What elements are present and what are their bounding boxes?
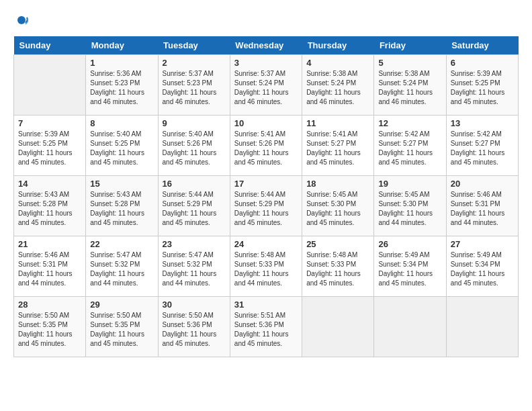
cell-info: Sunrise: 5:42 AMSunset: 5:27 PMDaylight:… — [451, 130, 505, 166]
cell-info: Sunrise: 5:48 AMSunset: 5:33 PMDaylight:… — [234, 251, 289, 287]
day-number: 2 — [163, 58, 226, 68]
cell-info: Sunrise: 5:46 AMSunset: 5:31 PMDaylight:… — [18, 251, 73, 287]
day-number: 21 — [18, 239, 81, 249]
calendar-cell: 10 Sunrise: 5:41 AMSunset: 5:26 PMDaylig… — [230, 116, 302, 176]
day-number: 31 — [234, 300, 298, 310]
cell-info: Sunrise: 5:50 AMSunset: 5:35 PMDaylight:… — [90, 312, 144, 347]
logo-icon — [13, 13, 30, 30]
day-number: 7 — [18, 118, 81, 128]
calendar-cell: 17 Sunrise: 5:44 AMSunset: 5:29 PMDaylig… — [230, 176, 302, 236]
calendar-cell: 29 Sunrise: 5:50 AMSunset: 5:35 PMDaylig… — [86, 297, 158, 357]
cell-info: Sunrise: 5:44 AMSunset: 5:29 PMDaylight:… — [163, 191, 217, 226]
calendar-cell: 2 Sunrise: 5:37 AMSunset: 5:23 PMDayligh… — [158, 55, 230, 116]
logo — [13, 13, 32, 30]
day-number: 13 — [451, 118, 514, 128]
day-number: 22 — [90, 239, 153, 249]
cell-info: Sunrise: 5:51 AMSunset: 5:36 PMDaylight:… — [234, 312, 289, 347]
cell-info: Sunrise: 5:50 AMSunset: 5:36 PMDaylight:… — [163, 312, 217, 347]
cell-info: Sunrise: 5:37 AMSunset: 5:23 PMDaylight:… — [163, 70, 217, 105]
day-number: 24 — [234, 239, 298, 249]
cell-info: Sunrise: 5:40 AMSunset: 5:25 PMDaylight:… — [90, 130, 144, 166]
calendar-cell: 11 Sunrise: 5:41 AMSunset: 5:27 PMDaylig… — [302, 116, 374, 176]
calendar-cell: 14 Sunrise: 5:43 AMSunset: 5:28 PMDaylig… — [14, 176, 86, 236]
calendar-cell — [302, 297, 374, 357]
calendar-cell: 27 Sunrise: 5:49 AMSunset: 5:34 PMDaylig… — [446, 236, 518, 297]
calendar-cell: 3 Sunrise: 5:37 AMSunset: 5:24 PMDayligh… — [230, 55, 302, 116]
calendar-cell: 4 Sunrise: 5:38 AMSunset: 5:24 PMDayligh… — [302, 55, 374, 116]
header-saturday: Saturday — [446, 36, 518, 55]
cell-info: Sunrise: 5:36 AMSunset: 5:23 PMDaylight:… — [90, 70, 144, 105]
day-number: 25 — [306, 239, 369, 249]
calendar-cell: 6 Sunrise: 5:39 AMSunset: 5:25 PMDayligh… — [446, 55, 518, 116]
cell-info: Sunrise: 5:49 AMSunset: 5:34 PMDaylight:… — [378, 251, 433, 287]
calendar-cell: 15 Sunrise: 5:43 AMSunset: 5:28 PMDaylig… — [86, 176, 158, 236]
day-number: 19 — [378, 179, 441, 189]
calendar-week-row: 21 Sunrise: 5:46 AMSunset: 5:31 PMDaylig… — [14, 236, 519, 297]
calendar-cell: 22 Sunrise: 5:47 AMSunset: 5:32 PMDaylig… — [86, 236, 158, 297]
cell-info: Sunrise: 5:45 AMSunset: 5:30 PMDaylight:… — [378, 191, 433, 226]
day-number: 12 — [378, 118, 441, 128]
calendar-cell: 16 Sunrise: 5:44 AMSunset: 5:29 PMDaylig… — [158, 176, 230, 236]
day-number: 23 — [163, 239, 226, 249]
calendar-cell — [14, 55, 86, 116]
day-number: 26 — [378, 239, 441, 249]
cell-info: Sunrise: 5:39 AMSunset: 5:25 PMDaylight:… — [451, 70, 505, 105]
cell-info: Sunrise: 5:50 AMSunset: 5:35 PMDaylight:… — [18, 312, 73, 347]
day-number: 17 — [234, 179, 298, 189]
calendar-cell: 8 Sunrise: 5:40 AMSunset: 5:25 PMDayligh… — [86, 116, 158, 176]
cell-info: Sunrise: 5:37 AMSunset: 5:24 PMDaylight:… — [234, 70, 289, 105]
calendar-cell: 9 Sunrise: 5:40 AMSunset: 5:26 PMDayligh… — [158, 116, 230, 176]
day-number: 18 — [306, 179, 369, 189]
cell-info: Sunrise: 5:48 AMSunset: 5:33 PMDaylight:… — [306, 251, 361, 287]
cell-info: Sunrise: 5:41 AMSunset: 5:27 PMDaylight:… — [306, 130, 361, 166]
cell-info: Sunrise: 5:38 AMSunset: 5:24 PMDaylight:… — [378, 70, 433, 105]
calendar-cell: 1 Sunrise: 5:36 AMSunset: 5:23 PMDayligh… — [86, 55, 158, 116]
day-number: 5 — [378, 58, 441, 68]
day-number: 6 — [451, 58, 514, 68]
day-number: 9 — [163, 118, 226, 128]
cell-info: Sunrise: 5:39 AMSunset: 5:25 PMDaylight:… — [18, 130, 73, 166]
day-number: 10 — [234, 118, 298, 128]
page-header — [13, 13, 519, 30]
day-number: 16 — [163, 179, 226, 189]
day-number: 11 — [306, 118, 369, 128]
cell-info: Sunrise: 5:44 AMSunset: 5:29 PMDaylight:… — [234, 191, 289, 226]
calendar-cell: 31 Sunrise: 5:51 AMSunset: 5:36 PMDaylig… — [230, 297, 302, 357]
cell-info: Sunrise: 5:49 AMSunset: 5:34 PMDaylight:… — [451, 251, 505, 287]
header-monday: Monday — [86, 36, 158, 55]
calendar-cell: 19 Sunrise: 5:45 AMSunset: 5:30 PMDaylig… — [374, 176, 446, 236]
calendar-cell: 26 Sunrise: 5:49 AMSunset: 5:34 PMDaylig… — [374, 236, 446, 297]
cell-info: Sunrise: 5:42 AMSunset: 5:27 PMDaylight:… — [378, 130, 433, 166]
header-sunday: Sunday — [14, 36, 86, 55]
calendar-cell: 5 Sunrise: 5:38 AMSunset: 5:24 PMDayligh… — [374, 55, 446, 116]
calendar-cell: 12 Sunrise: 5:42 AMSunset: 5:27 PMDaylig… — [374, 116, 446, 176]
header-wednesday: Wednesday — [230, 36, 302, 55]
cell-info: Sunrise: 5:43 AMSunset: 5:28 PMDaylight:… — [18, 191, 73, 226]
cell-info: Sunrise: 5:43 AMSunset: 5:28 PMDaylight:… — [90, 191, 144, 226]
cell-info: Sunrise: 5:46 AMSunset: 5:31 PMDaylight:… — [451, 191, 505, 226]
calendar-week-row: 28 Sunrise: 5:50 AMSunset: 5:35 PMDaylig… — [14, 297, 519, 357]
calendar-week-row: 1 Sunrise: 5:36 AMSunset: 5:23 PMDayligh… — [14, 55, 519, 116]
calendar-week-row: 14 Sunrise: 5:43 AMSunset: 5:28 PMDaylig… — [14, 176, 519, 236]
calendar-cell: 18 Sunrise: 5:45 AMSunset: 5:30 PMDaylig… — [302, 176, 374, 236]
calendar-cell: 28 Sunrise: 5:50 AMSunset: 5:35 PMDaylig… — [14, 297, 86, 357]
calendar-cell: 21 Sunrise: 5:46 AMSunset: 5:31 PMDaylig… — [14, 236, 86, 297]
day-number: 1 — [90, 58, 153, 68]
calendar-cell: 30 Sunrise: 5:50 AMSunset: 5:36 PMDaylig… — [158, 297, 230, 357]
cell-info: Sunrise: 5:47 AMSunset: 5:32 PMDaylight:… — [90, 251, 144, 287]
calendar-cell: 7 Sunrise: 5:39 AMSunset: 5:25 PMDayligh… — [14, 116, 86, 176]
cell-info: Sunrise: 5:41 AMSunset: 5:26 PMDaylight:… — [234, 130, 289, 166]
svg-point-0 — [17, 16, 26, 24]
header-friday: Friday — [374, 36, 446, 55]
header-tuesday: Tuesday — [158, 36, 230, 55]
calendar-cell: 13 Sunrise: 5:42 AMSunset: 5:27 PMDaylig… — [446, 116, 518, 176]
day-number: 14 — [18, 179, 81, 189]
day-number: 15 — [90, 179, 153, 189]
day-number: 20 — [451, 179, 514, 189]
day-number: 29 — [90, 300, 153, 310]
day-number: 30 — [163, 300, 226, 310]
day-number: 4 — [306, 58, 369, 68]
cell-info: Sunrise: 5:40 AMSunset: 5:26 PMDaylight:… — [163, 130, 217, 166]
calendar-cell — [374, 297, 446, 357]
calendar-cell: 23 Sunrise: 5:47 AMSunset: 5:32 PMDaylig… — [158, 236, 230, 297]
